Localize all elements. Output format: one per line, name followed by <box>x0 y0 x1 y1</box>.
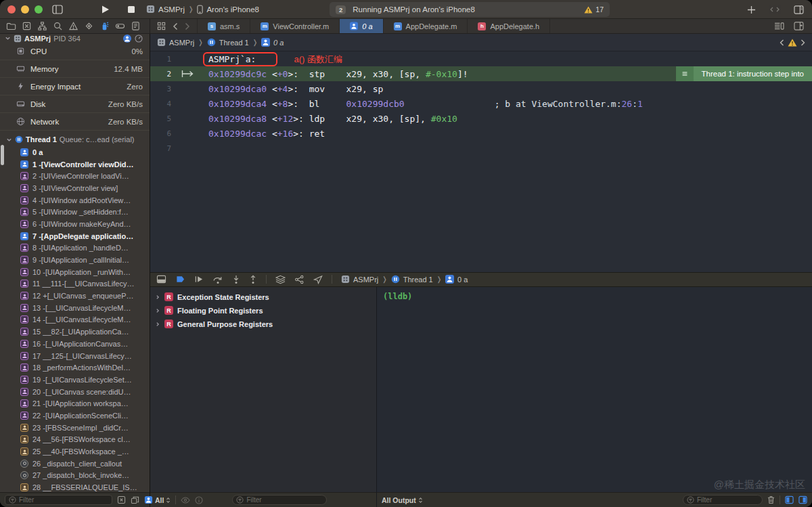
zoom-button[interactable] <box>35 5 43 14</box>
thread-row[interactable]: Thread 1 Queue: c…ead (serial) <box>0 133 150 146</box>
code-review-icon[interactable] <box>769 5 780 14</box>
console-filter-field[interactable] <box>683 495 763 505</box>
breadcrumb-item[interactable]: 0 a <box>457 275 468 284</box>
stack-frame[interactable]: 16 -[_UIApplicationCanvas… <box>0 338 150 350</box>
code-line-4[interactable]: 40x10299dca4 <+8>: bl 0x10299dcb0 ; b at… <box>150 96 812 111</box>
toggle-navigator-icon[interactable] <box>52 5 63 14</box>
simulate-location-icon[interactable] <box>313 275 323 284</box>
gauge-row-energy-impact[interactable]: Energy ImpactZero <box>0 78 150 95</box>
clear-console-icon[interactable] <box>767 495 775 504</box>
jump-bar-breadcrumb[interactable]: ASMPrj❭Thread 1❭0 a <box>157 38 284 47</box>
warning-count[interactable]: 17 <box>584 5 604 14</box>
breakpoints-toggle-icon[interactable] <box>175 275 185 284</box>
register-group-row[interactable]: RFloating Point Registers <box>150 304 376 317</box>
code-line-3[interactable]: 30x10299dca0 <+4>: mov x29, sp <box>150 81 812 96</box>
stack-frame[interactable]: 14 -[__UICanvasLifecycleM… <box>0 314 150 326</box>
register-group-row[interactable]: RException State Registers <box>150 290 376 304</box>
breadcrumb-item[interactable]: Thread 1 <box>219 39 249 47</box>
stack-frame[interactable]: 27 _dispatch_block_invoke… <box>0 470 150 482</box>
register-group-row[interactable]: RGeneral Purpose Registers <box>150 317 376 331</box>
user-frames-filter-icon[interactable] <box>144 495 153 504</box>
disclosure-open-icon[interactable] <box>6 137 12 143</box>
stack-frame[interactable]: 7 -[AppDelegate applicatio… <box>0 230 150 242</box>
minimap-icon[interactable] <box>774 22 784 30</box>
banner-menu-icon[interactable] <box>676 66 694 81</box>
code-line-7[interactable]: 7 <box>150 141 812 156</box>
variables-scope-select[interactable]: All <box>155 496 171 504</box>
code-line-5[interactable]: 50x10299dca8 <+12>: ldp x29, x30, [sp], … <box>150 111 812 126</box>
stack-frame[interactable]: 24 __56-[FBSWorkspace cl… <box>0 434 150 446</box>
add-editor-icon[interactable] <box>794 22 804 30</box>
variables-filter-input[interactable] <box>246 496 323 504</box>
editor-tab-viewcontroller-m[interactable]: mViewController.m <box>250 19 340 33</box>
library-plus-icon[interactable] <box>747 5 756 14</box>
stack-frame[interactable]: 0 a <box>0 146 150 158</box>
line-number[interactable]: 5 <box>150 114 177 123</box>
stack-frame[interactable]: 23 -[FBSSceneImpl _didCr… <box>0 422 150 434</box>
breadcrumb-item[interactable]: ASMPrj <box>353 275 378 284</box>
line-number[interactable]: 1 <box>150 55 177 64</box>
gauge-row-disk[interactable]: DiskZero KB/s <box>0 95 150 113</box>
gauge-row-cpu[interactable]: CPU0% <box>0 43 150 60</box>
stack-frame[interactable]: 22 -[UIApplicationSceneCli… <box>0 410 150 422</box>
variables-view-toggle-icon[interactable] <box>785 495 794 504</box>
stack-frame[interactable]: 6 -[UIWindow makeKeyAnd… <box>0 218 150 230</box>
disclosure-closed-icon[interactable] <box>155 322 160 327</box>
process-row[interactable]: ASMPrj PID 364 <box>0 34 150 43</box>
source-control-navigator-icon[interactable] <box>22 21 32 31</box>
forward-icon[interactable] <box>185 22 190 30</box>
line-number[interactable]: 6 <box>150 129 177 138</box>
stack-frame[interactable]: 15 __82-[_UIApplicationCa… <box>0 326 150 338</box>
console-filter-input[interactable] <box>697 496 759 504</box>
breadcrumb-item[interactable]: ASMPrj <box>169 39 194 47</box>
editor-tab-0-a[interactable]: 0 a <box>340 19 383 33</box>
stop-button[interactable] <box>127 5 135 14</box>
stack-frame[interactable]: 25 __40-[FBSWorkspace _… <box>0 445 150 458</box>
code-line-2[interactable]: 20x10299dc9c <+0>: stp x29, x30, [sp, #-… <box>150 66 812 81</box>
breadcrumb-item[interactable]: 0 a <box>273 39 284 47</box>
code-line-1[interactable]: 1ASMPrj`a:a() 函数汇编 <box>150 51 812 66</box>
stack-frame[interactable]: 18 _performActionsWithDel… <box>0 361 150 374</box>
issue-navigator-icon[interactable] <box>68 21 78 31</box>
gauge-row-network[interactable]: NetworkZero KB/s <box>0 113 150 131</box>
memory-graph-icon[interactable] <box>294 275 304 284</box>
step-over-icon[interactable] <box>212 275 223 284</box>
step-into-icon[interactable] <box>232 275 240 284</box>
gauge-row-memory[interactable]: Memory12.4 MB <box>0 60 150 78</box>
stack-frame[interactable]: 11 __111-[__UICanvasLifecy… <box>0 278 150 290</box>
report-navigator-icon[interactable] <box>131 21 141 31</box>
sidebar-filter-input[interactable] <box>19 496 108 504</box>
stack-frame[interactable]: 12 +[_UICanvas _enqueueP… <box>0 290 150 302</box>
editor-tab-appdelegate-h[interactable]: hAppDelegate.h <box>468 19 550 33</box>
disclosure-closed-icon[interactable] <box>155 308 160 313</box>
line-number[interactable]: 7 <box>150 144 177 153</box>
stack-frame[interactable]: 9 -[UIApplication _callInitial… <box>0 254 150 266</box>
stack-frame[interactable]: 4 -[UIWindow addRootView… <box>0 194 150 206</box>
stack-frame[interactable]: 26 _dispatch_client_callout <box>0 458 150 470</box>
sidebar-scrollbar[interactable] <box>1 145 4 165</box>
editor-tab-asm-s[interactable]: sasm.s <box>197 19 250 33</box>
hide-debug-area-icon[interactable] <box>156 275 166 284</box>
sidebar-filter-field[interactable] <box>5 495 112 505</box>
stack-frame[interactable]: 3 -[UIViewController view] <box>0 182 150 194</box>
disclosure-closed-icon[interactable] <box>155 294 160 300</box>
quicklook-eye-icon[interactable] <box>181 497 190 504</box>
stack-frame[interactable]: 5 -[UIWindow _setHidden:f… <box>0 206 150 218</box>
variables-filter-field[interactable] <box>232 495 327 505</box>
editor-options-icon[interactable] <box>794 5 804 14</box>
stack-frame[interactable]: 8 -[UIApplication _handleD… <box>0 242 150 255</box>
line-number[interactable]: 2 <box>150 70 177 79</box>
view-hierarchy-icon[interactable] <box>275 275 286 284</box>
breadcrumb-item[interactable]: Thread 1 <box>403 275 433 284</box>
close-button[interactable] <box>7 5 16 14</box>
breakpoint-navigator-icon[interactable] <box>115 21 125 31</box>
console-output-scope-select[interactable]: All Output <box>382 496 423 504</box>
next-issue-icon[interactable] <box>800 39 805 46</box>
stack-frame[interactable]: 13 -[__UICanvasLifecycleM… <box>0 302 150 314</box>
stack-frame[interactable]: 19 -[_UICanvasLifecycleSet… <box>0 374 150 386</box>
stack-frame[interactable]: 2 -[UIViewController loadVi… <box>0 170 150 182</box>
stack-frame[interactable]: 17 __125-[_UICanvasLifecy… <box>0 350 150 362</box>
disclosure-open-icon[interactable] <box>5 35 11 41</box>
debug-bar-breadcrumb[interactable]: ASMPrj❭Thread 1❭0 a <box>341 275 468 284</box>
flatten-filter-icon[interactable] <box>117 495 126 504</box>
